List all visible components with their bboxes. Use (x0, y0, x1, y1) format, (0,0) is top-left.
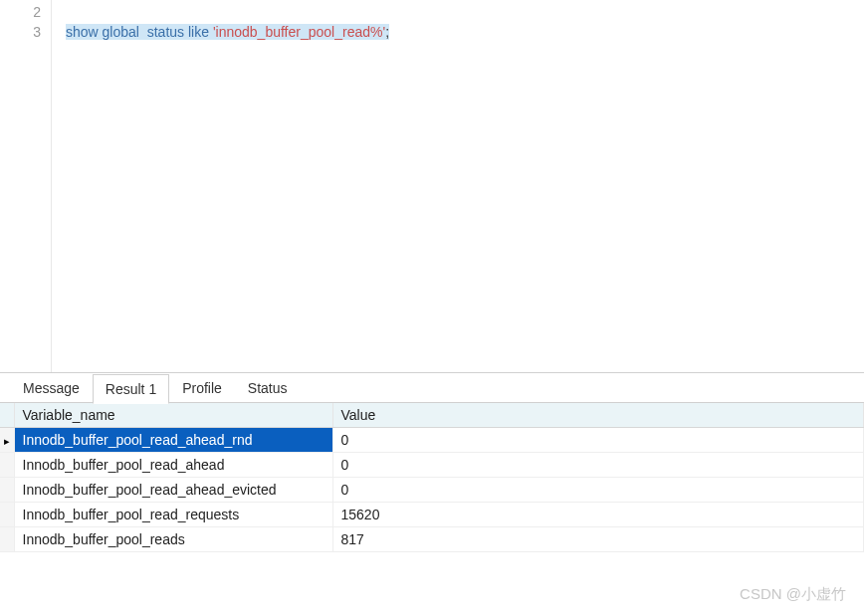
watermark: CSDN @小虚竹 (740, 585, 846, 604)
column-header-variable[interactable]: Variable_name (14, 403, 332, 428)
gutter-line: 3 (0, 22, 51, 42)
column-header-value[interactable]: Value (332, 403, 864, 428)
tab-result-1[interactable]: Result 1 (93, 374, 169, 404)
cell-variable-name[interactable]: Innodb_buffer_pool_read_requests (14, 503, 332, 527)
cell-variable-name[interactable]: Innodb_buffer_pool_reads (14, 527, 332, 552)
cell-value[interactable]: 0 (332, 453, 864, 478)
table-row[interactable]: Innodb_buffer_pool_read_ahead_evicted0 (0, 478, 864, 503)
cell-variable-name[interactable]: Innodb_buffer_pool_read_ahead (14, 453, 332, 478)
gutter: 23 (0, 0, 52, 372)
table-header-row: Variable_name Value (0, 403, 864, 428)
code-line[interactable]: show global status like 'innodb_buffer_p… (66, 22, 864, 42)
cell-variable-name[interactable]: Innodb_buffer_pool_read_ahead_evicted (14, 478, 332, 503)
row-indicator-header (0, 403, 14, 428)
result-tabs: MessageResult 1ProfileStatus (0, 373, 864, 403)
row-indicator: ▸ (0, 428, 14, 453)
cell-value[interactable]: 817 (332, 527, 864, 552)
cell-value[interactable]: 0 (332, 428, 864, 453)
table-row[interactable]: Innodb_buffer_pool_read_requests15620 (0, 503, 864, 527)
row-indicator (0, 453, 14, 478)
tab-status[interactable]: Status (235, 373, 301, 403)
row-indicator (0, 503, 14, 527)
cell-value[interactable]: 15620 (332, 503, 864, 527)
tab-message[interactable]: Message (10, 373, 93, 403)
sql-editor: 23 show global status like 'innodb_buffe… (0, 0, 864, 373)
results-table: Variable_name Value ▸Innodb_buffer_pool_… (0, 403, 864, 552)
cell-value[interactable]: 0 (332, 478, 864, 503)
results-body: ▸Innodb_buffer_pool_read_ahead_rnd0Innod… (0, 428, 864, 552)
table-row[interactable]: Innodb_buffer_pool_read_ahead0 (0, 453, 864, 478)
code-line[interactable] (66, 2, 864, 22)
code-area[interactable]: show global status like 'innodb_buffer_p… (52, 0, 864, 372)
gutter-line: 2 (0, 2, 51, 22)
tab-profile[interactable]: Profile (169, 373, 235, 403)
cell-variable-name[interactable]: Innodb_buffer_pool_read_ahead_rnd (14, 428, 332, 453)
table-row[interactable]: Innodb_buffer_pool_reads817 (0, 527, 864, 552)
cursor-arrow-icon: ▸ (4, 435, 10, 447)
row-indicator (0, 478, 14, 503)
table-row[interactable]: ▸Innodb_buffer_pool_read_ahead_rnd0 (0, 428, 864, 453)
row-indicator (0, 527, 14, 552)
